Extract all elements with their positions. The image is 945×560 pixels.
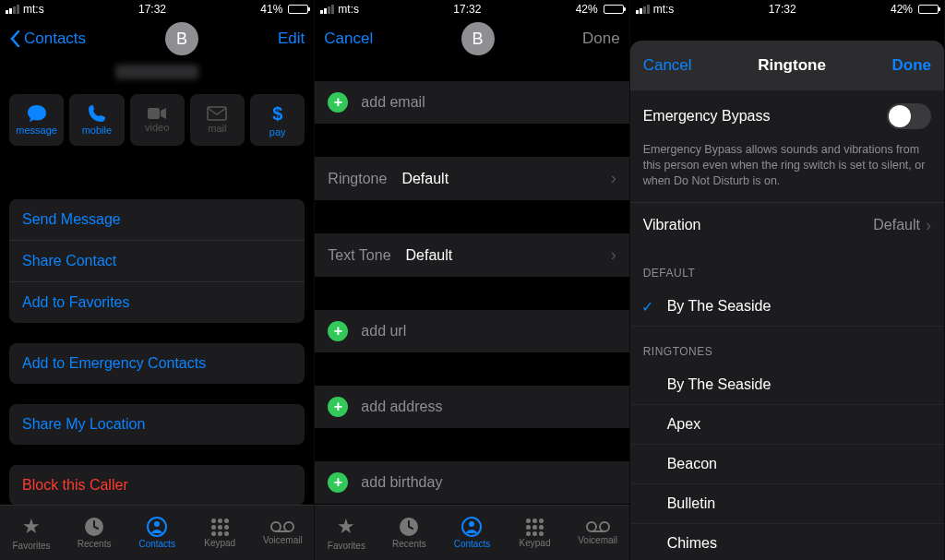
section-ringtones: RINGTONES [630,327,944,365]
svg-point-12 [600,522,609,531]
section-default: DEFAULT [630,248,944,287]
texttone-row[interactable]: Text Tone Default › [315,233,628,277]
tab-voicemail[interactable]: Voicemail [567,506,629,560]
share-contact-row[interactable]: Share Contact [9,241,305,282]
ringtone-option[interactable]: Apex [630,405,944,445]
sheet-body: Emergency Bypass Emergency Bypass allows… [630,90,944,560]
chevron-right-icon: › [611,169,616,188]
ringtone-option[interactable]: Beacon [630,445,944,484]
done-button[interactable]: Done [582,30,620,48]
message-tile[interactable]: message [9,94,64,146]
star-icon: ★ [22,515,41,539]
ringtone-screen: mt:s 17:32 42% Cancel Ringtone Done Emer… [630,0,945,560]
status-bar: mt:s 17:32 42% [630,0,944,18]
cancel-button[interactable]: Cancel [324,30,373,48]
ringtone-label: By The Seaside [667,298,772,314]
ringtone-value: Default [401,171,449,187]
tile-label: pay [269,126,286,137]
phone-icon [88,104,106,123]
back-button[interactable]: Contacts [9,30,86,48]
tab-keypad[interactable]: Keypad [188,506,251,560]
tab-favorites[interactable]: ★ Favorites [315,506,377,560]
emergency-bypass-toggle[interactable] [887,103,931,129]
status-time: 17:32 [453,3,481,16]
add-icon: + [328,321,348,341]
emergency-bypass-label: Emergency Bypass [643,108,771,125]
tab-recents[interactable]: Recents [377,506,440,560]
ringtone-option[interactable]: Chimes [630,524,944,560]
vibration-value: Default [873,217,920,233]
keypad-icon [526,518,544,536]
add-email-row[interactable]: + add email [315,81,628,124]
done-button[interactable]: Done [891,56,931,75]
ringtone-key: Ringtone [328,171,387,187]
content: + add email Ringtone Default › Text Tone… [315,59,628,560]
battery-percent: 42% [891,3,913,16]
actions-group-4: Block this Caller [9,465,305,506]
tab-voicemail[interactable]: Voicemail [251,506,314,560]
svg-point-10 [469,521,474,527]
add-email-label: add email [361,94,425,111]
sheet-title: Ringtone [758,56,826,75]
svg-point-11 [587,522,596,531]
tab-contacts[interactable]: Contacts [126,506,188,560]
carrier-label: mt:s [653,3,675,16]
clock-icon [399,517,419,537]
add-icon: + [328,92,348,113]
contact-name-redacted [115,65,198,79]
vibration-row[interactable]: Vibration Default › [630,202,944,248]
tab-contacts[interactable]: Contacts [440,506,503,560]
ringtone-option[interactable]: Bulletin [630,484,944,524]
svg-rect-1 [208,107,226,120]
add-favorites-row[interactable]: Add to Favorites [9,282,305,323]
tab-favorites[interactable]: ★ Favorites [0,506,63,560]
tab-keypad[interactable]: Keypad [504,506,567,560]
tab-bar: ★ Favorites Recents Contacts Keypad Voic… [0,505,314,560]
default-ringtone-row[interactable]: ✓ By The Seaside [630,287,944,327]
block-caller-row[interactable]: Block this Caller [9,465,305,506]
battery-icon [604,5,624,14]
nav-bar: Cancel B Done [315,18,628,59]
share-location-row[interactable]: Share My Location [9,404,305,445]
video-tile[interactable]: video [130,94,185,146]
signal-icon [320,5,334,14]
emergency-bypass-row: Emergency Bypass [630,90,944,142]
vibration-key: Vibration [643,217,701,233]
edit-button[interactable]: Edit [278,30,305,48]
carrier-label: mt:s [338,3,359,16]
avatar: B [165,22,198,55]
signal-icon [636,5,650,14]
chevron-right-icon: › [611,245,616,265]
voicemail-icon [269,520,295,533]
tile-label: message [16,125,57,136]
star-icon: ★ [337,515,355,539]
contact-edit-screen: mt:s 17:32 42% Cancel B Done + add email… [315,0,629,560]
mail-tile[interactable]: mail [190,94,245,146]
carrier-label: mt:s [23,3,44,16]
video-icon [147,107,167,120]
send-message-row[interactable]: Send Message [9,199,305,241]
add-address-row[interactable]: + add address [315,386,628,428]
status-time: 17:32 [138,3,166,16]
sheet-header: Cancel Ringtone Done [630,41,944,90]
pay-tile[interactable]: $ pay [250,94,305,146]
toggle-knob [889,105,911,127]
ringtone-option[interactable]: By The Seaside [630,365,944,405]
add-emergency-row[interactable]: Add to Emergency Contacts [9,343,305,384]
ringtone-row[interactable]: Ringtone Default › [315,157,628,200]
help-text: Emergency Bypass allows sounds and vibra… [630,142,944,202]
tab-recents[interactable]: Recents [63,506,126,560]
add-address-label: add address [361,399,442,415]
message-icon [27,104,47,123]
add-birthday-row[interactable]: + add birthday [315,461,628,504]
content: Send Message Share Contact Add to Favori… [0,153,314,560]
battery-icon [288,5,308,14]
svg-point-4 [154,521,160,527]
cancel-button[interactable]: Cancel [643,56,692,75]
add-birthday-label: add birthday [361,474,442,491]
mobile-tile[interactable]: mobile [69,94,124,146]
contacts-icon [147,517,167,537]
add-url-row[interactable]: + add url [315,310,628,352]
contacts-icon [461,517,482,537]
voicemail-icon [585,520,611,533]
